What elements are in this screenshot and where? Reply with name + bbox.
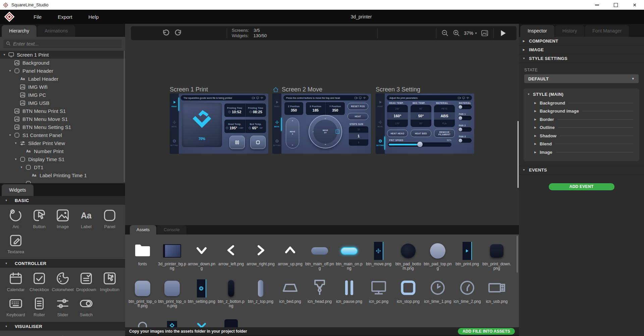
style-item-image[interactable]: ▶Image [526, 148, 635, 156]
tab-font-manager[interactable]: Font Manager [585, 25, 629, 37]
asset-icn_stop-png[interactable]: icn_stop.png [393, 279, 423, 308]
widget-bar[interactable] [4, 333, 28, 336]
zoom-caret-icon[interactable]: ▼ [475, 32, 477, 35]
widget-image[interactable]: Image [51, 207, 74, 229]
style-main-header[interactable]: ▼ STYLE (MAIN) [526, 92, 635, 97]
tree-row-screen-1-print[interactable]: ▼Screen 1 Print [0, 51, 125, 59]
widget-button[interactable]: Button [28, 207, 51, 229]
menu-item-help[interactable]: Help [80, 12, 107, 22]
widget-keyboard[interactable]: Keyboard [4, 295, 28, 317]
tree-row-number-print[interactable]: AaNumber Print [0, 147, 125, 155]
asset-arrow_left-png[interactable]: arrow_left.png [216, 241, 246, 271]
close-button[interactable]: ✕ [625, 0, 644, 10]
widget-slider[interactable]: Slider [51, 295, 74, 317]
expand-arrow-icon[interactable]: ▼ [20, 166, 23, 169]
tree-row-img-wifi[interactable]: IMG Wifi [0, 83, 125, 91]
hierarchy-scrollbar[interactable] [124, 51, 125, 182]
tree-row-btn-menu-move-s1[interactable]: BTN Menu Move S1 [0, 115, 125, 123]
widget-panel[interactable]: Panel [98, 207, 121, 229]
zoom-in-icon[interactable] [452, 29, 461, 37]
section-component[interactable]: ▶COMPONENT [519, 37, 644, 46]
asset-arrow_down-png[interactable]: arrow_down.png [187, 241, 216, 271]
events-section-header[interactable]: ▼ EVENTS [519, 166, 644, 175]
tree-row[interactable] [0, 179, 125, 183]
tree-row-panel-header[interactable]: ▼Panel Header [0, 67, 125, 75]
asset-btn_print_top_on-png[interactable]: btn_print_top_on.png [157, 279, 187, 308]
tree-row-label-header[interactable]: AaLabel Header [0, 75, 125, 83]
tab-widgets[interactable]: Widgets [2, 184, 34, 196]
tab-console[interactable]: Console [157, 225, 186, 234]
zoom-level[interactable]: 37% [464, 30, 473, 36]
redo-icon[interactable] [174, 29, 183, 38]
play-button[interactable] [498, 29, 507, 38]
asset-btn_main_on-png[interactable]: btn_main_on.png [334, 241, 364, 271]
screen-title-1[interactable]: Screen 1 Print [170, 86, 208, 93]
asset-btn_pad_top-png[interactable]: btn_pad_top.png [423, 241, 452, 271]
asset-3d_printer_bg-png[interactable]: 3d_printer_bg.png [157, 241, 187, 271]
tree-row-s1-content-panel[interactable]: ▼S1 Content Panel [0, 131, 125, 139]
hierarchy-search[interactable] [3, 40, 122, 48]
tree-row-background[interactable]: Background [0, 59, 125, 67]
tree-row-label-printing-time-1[interactable]: AaLabel Printing Time 1 [0, 171, 125, 179]
style-item-outline[interactable]: ▶Outline [526, 124, 635, 132]
asset-btn_setting-png[interactable]: btn_setting.png [187, 279, 216, 308]
section-image[interactable]: ▶IMAGE [519, 46, 644, 54]
widget-section-visualiser[interactable]: ▼VISUALISER [0, 322, 125, 331]
asset-partial[interactable] [216, 316, 246, 327]
tab-hierarchy[interactable]: Hierarchy [2, 25, 37, 37]
asset-btn_pad_bottom-png[interactable]: btn_pad_bottom.png [393, 241, 423, 271]
widget-chart[interactable] [28, 333, 51, 336]
add-event-button[interactable]: ADD EVENT [549, 183, 614, 190]
expand-arrow-icon[interactable]: ▼ [8, 134, 12, 137]
zoom-out-icon[interactable] [441, 29, 449, 37]
asset-partial[interactable] [157, 316, 187, 327]
widget-section-basic[interactable]: ▼BASIC [0, 196, 125, 205]
asset-icn_time_2-png[interactable]: icn_time_2.png [452, 279, 482, 308]
expand-arrow-icon[interactable]: ▼ [3, 53, 6, 56]
tab-inspector[interactable]: Inspector [520, 25, 554, 37]
asset-btn_z_botton-png[interactable]: btn_z_botton.png [216, 279, 246, 308]
style-item-background-image[interactable]: ▶Background image [526, 107, 635, 116]
menu-item-export[interactable]: Export [50, 12, 80, 22]
widget-dropdown[interactable]: Dropdown [74, 270, 98, 292]
screen-title-2[interactable]: Screen 2 Move [272, 86, 322, 93]
expand-arrow-icon[interactable]: ▼ [14, 142, 17, 145]
widget-switch[interactable]: Switch [74, 295, 98, 317]
menu-item-file[interactable]: File [25, 12, 50, 22]
add-file-into-assets-button[interactable]: ADD FILE INTO ASSETS [458, 328, 515, 335]
section-style-settings[interactable]: ▼STYLE SETTINGS [519, 54, 644, 63]
screen-thumbnail-move[interactable]: PRINTMOVESETTINGPress the control button… [272, 93, 371, 154]
asset-btn_main_off-png[interactable]: btn_main_off.png [305, 241, 334, 271]
style-item-border[interactable]: ▶Border [526, 115, 635, 124]
canvas-scrollbar[interactable] [518, 121, 519, 188]
asset-arrow_up-png[interactable]: arrow_up.png [275, 241, 305, 271]
asset-icn_bed-png[interactable]: icn_bed.png [275, 279, 305, 308]
expand-arrow-icon[interactable]: ▼ [14, 158, 17, 161]
asset-partial[interactable] [187, 316, 216, 327]
tree-row-dt1[interactable]: ▼DT1 [0, 163, 125, 171]
tree-row-img-pc[interactable]: IMG PC [0, 91, 125, 99]
asset-btn_print_top_off-png[interactable]: btn_print_top_off.png [128, 279, 157, 308]
widget-textarea[interactable]: Textarea [4, 232, 28, 254]
widget-checkbox[interactable]: Checkbox [28, 270, 51, 292]
asset-icn_head-png[interactable]: icn_head.png [305, 279, 334, 308]
asset-icn_usb-png[interactable]: icn_usb.png [482, 279, 512, 308]
widget-calendar[interactable]: Calendar [4, 270, 28, 292]
widget-imgbutton[interactable]: Imgbutton [98, 270, 121, 292]
style-item-shadow[interactable]: ▶Shadow [526, 132, 635, 140]
tree-row-img-usb[interactable]: IMG USB [0, 99, 125, 107]
tree-row-slider-print-view[interactable]: ▼Slider Print View [0, 139, 125, 147]
minimize-button[interactable] [588, 0, 606, 10]
widget-label[interactable]: AaLabel [74, 207, 98, 229]
tree-row-btn-menu-setting-s1[interactable]: BTN Menu Setting S1 [0, 123, 125, 131]
asset-partial[interactable] [128, 316, 157, 327]
widget-arc[interactable]: Arc [4, 207, 28, 229]
tree-row-display-time-s1[interactable]: ▼Display Time S1 [0, 155, 125, 163]
widget-roller[interactable]: Roller [28, 295, 51, 317]
undo-icon[interactable] [161, 29, 170, 38]
tab-animations[interactable]: Animations [37, 25, 75, 37]
asset-icn_time_1-png[interactable]: icn_time_1.png [423, 279, 452, 308]
expand-arrow-icon[interactable]: ▼ [8, 69, 12, 72]
maximize-button[interactable] [606, 0, 625, 10]
style-item-blend[interactable]: ▶Blend [526, 140, 635, 148]
